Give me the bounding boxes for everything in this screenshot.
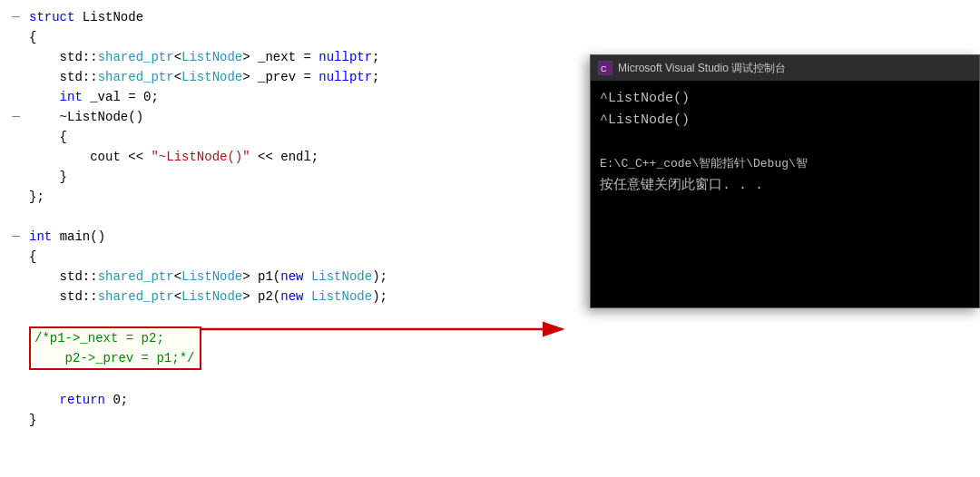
gutter-marker-6: ─ <box>13 107 20 127</box>
code-line-12: ─ int main() <box>0 227 581 247</box>
console-titlebar: C Microsoft Visual Studio 调试控制台 <box>591 55 979 81</box>
code-line-21: } <box>0 410 581 430</box>
code-line-3: std::shared_ptr<ListNode> _next = nullpt… <box>0 47 581 67</box>
code-line-14: std::shared_ptr<ListNode> p1(new ListNod… <box>0 267 581 287</box>
console-app-icon: C <box>598 61 612 75</box>
console-line-2: ^ListNode() <box>600 110 970 131</box>
code-line-16 <box>0 307 581 326</box>
console-window: C Microsoft Visual Studio 调试控制台 ^ListNod… <box>590 54 980 308</box>
console-line-3 <box>600 131 970 153</box>
gutter-marker-1: ─ <box>13 7 20 27</box>
code-line-19 <box>0 370 581 390</box>
code-line-2: { <box>0 27 581 47</box>
code-line-17: /*p1->_next = p2; <box>34 328 194 348</box>
svg-text:C: C <box>601 64 607 73</box>
code-line-18: p2->_prev = p1;*/ <box>34 348 194 368</box>
gutter-marker-12: ─ <box>13 227 20 247</box>
code-line-11 <box>0 207 581 227</box>
code-line-8: cout << "~ListNode()" << endl; <box>0 147 581 167</box>
console-line-4: E:\C_C++_code\智能指针\Debug\智 <box>600 153 970 175</box>
console-line-5: 按任意键关闭此窗口. . . <box>600 175 970 197</box>
console-title-text: Microsoft Visual Studio 调试控制台 <box>618 61 786 76</box>
code-line-9: } <box>0 167 581 187</box>
code-line-10: }; <box>0 187 581 207</box>
code-line-15: std::shared_ptr<ListNode> p2(new ListNod… <box>0 287 581 307</box>
commented-block: /*p1->_next = p2; p2->_prev = p1;*/ <box>29 326 581 370</box>
code-line-20: return 0; <box>0 390 581 410</box>
code-line-13: { <box>0 247 581 267</box>
code-line-5: int _val = 0; <box>0 87 581 107</box>
code-line-7: { <box>0 127 581 147</box>
code-line-1: ─ struct ListNode <box>0 7 581 27</box>
code-editor: ─ struct ListNode { std::shared_ptr<List… <box>0 0 581 477</box>
code-line-6: ─ ~ListNode() <box>0 107 581 127</box>
console-line-1: ^ListNode() <box>600 88 970 110</box>
console-body: ^ListNode() ^ListNode() E:\C_C++_code\智能… <box>591 81 979 307</box>
code-line-4: std::shared_ptr<ListNode> _prev = nullpt… <box>0 67 581 87</box>
